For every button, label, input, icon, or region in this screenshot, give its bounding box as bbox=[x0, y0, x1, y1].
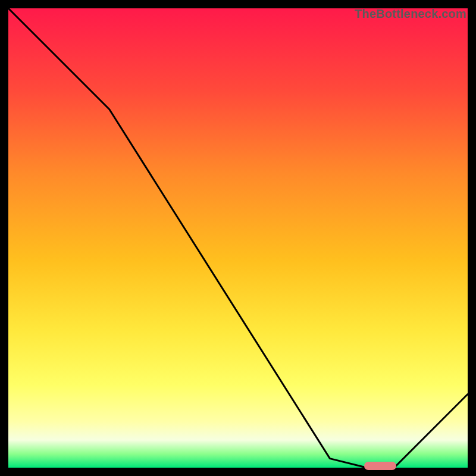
optimal-range-marker bbox=[364, 462, 396, 470]
bottleneck-curve bbox=[8, 8, 468, 468]
chart-gradient-background: TheBottleneck.com bbox=[8, 8, 468, 468]
chart-frame: TheBottleneck.com bbox=[0, 0, 476, 476]
